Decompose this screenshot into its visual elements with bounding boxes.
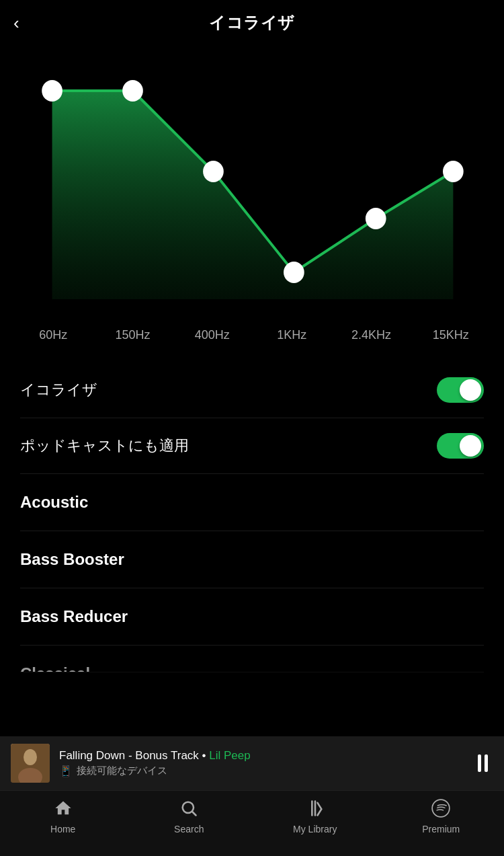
nav-premium-label: Premium [422,824,460,834]
svg-line-4 [193,812,196,815]
preset-acoustic[interactable]: Acoustic [20,474,484,531]
svg-point-1 [24,749,37,765]
preset-list: Acoustic Bass Booster Bass Reducer Class… [0,474,504,672]
spotify-icon [431,799,450,820]
track-info: Falling Down - Bonus Track • Lil Peep 📱 … [59,749,472,777]
eq-point-1[interactable] [42,80,62,102]
nav-search-label: Search [174,824,204,834]
eq-toggle-row: イコライザ [20,362,484,418]
pause-button[interactable] [472,749,493,777]
eq-point-2[interactable] [122,80,143,102]
freq-label-60hz: 60Hz [13,328,93,342]
svg-point-7 [432,800,450,817]
podcast-toggle-row: ポッドキャストにも適用 [20,418,484,474]
track-title: Falling Down - Bonus Track • Lil Peep [59,749,472,763]
freq-label-150hz: 150Hz [93,328,172,342]
eq-point-6[interactable] [443,161,464,182]
nav-search[interactable]: Search [126,799,253,834]
eq-point-4[interactable] [284,262,304,283]
eq-point-3[interactable] [203,161,224,182]
search-icon [179,799,198,820]
nav-premium[interactable]: Premium [378,799,505,834]
freq-label-400hz: 400Hz [173,328,252,342]
preset-bass-reducer[interactable]: Bass Reducer [20,588,484,646]
freq-label-15khz: 15KHz [411,328,491,342]
album-art [11,744,50,783]
eq-toggle[interactable] [437,377,484,403]
podcast-toggle-knob [460,435,481,457]
library-icon [306,799,325,820]
nav-library-label: My Library [293,824,337,834]
page-title: イコライザ [209,12,295,34]
eq-point-5[interactable] [366,208,386,229]
device-text: 接続可能なデバイス [77,765,167,777]
nav-library[interactable]: My Library [252,799,378,834]
eq-chart[interactable] [13,47,491,303]
header: ‹ イコライザ [0,0,504,40]
track-device: 📱 接続可能なデバイス [59,765,472,777]
back-button[interactable]: ‹ [13,14,19,32]
bottom-nav: Home Search My Library Premium [0,790,504,856]
eq-chart-container [0,40,504,323]
eq-fill-area [52,91,454,299]
preset-bass-booster[interactable]: Bass Booster [20,531,484,588]
freq-labels: 60Hz 150Hz 400Hz 1KHz 2.4KHz 15KHz [0,323,504,342]
preset-classical[interactable]: Classical [20,646,484,672]
settings-section: イコライザ ポッドキャストにも適用 [0,342,504,474]
nav-home[interactable]: Home [0,799,126,834]
podcast-toggle[interactable] [437,433,484,459]
freq-label-1khz: 1KHz [252,328,331,342]
freq-label-24khz: 2.4KHz [331,328,411,342]
eq-toggle-knob [460,379,481,401]
album-art-image [11,744,50,783]
pause-icon [478,754,488,772]
eq-toggle-label: イコライザ [20,380,97,400]
now-playing-bar[interactable]: Falling Down - Bonus Track • Lil Peep 📱 … [0,736,504,790]
podcast-toggle-label: ポッドキャストにも適用 [20,436,189,456]
nav-home-label: Home [50,824,75,834]
home-icon [54,799,73,820]
device-icon: 📱 [59,765,73,777]
